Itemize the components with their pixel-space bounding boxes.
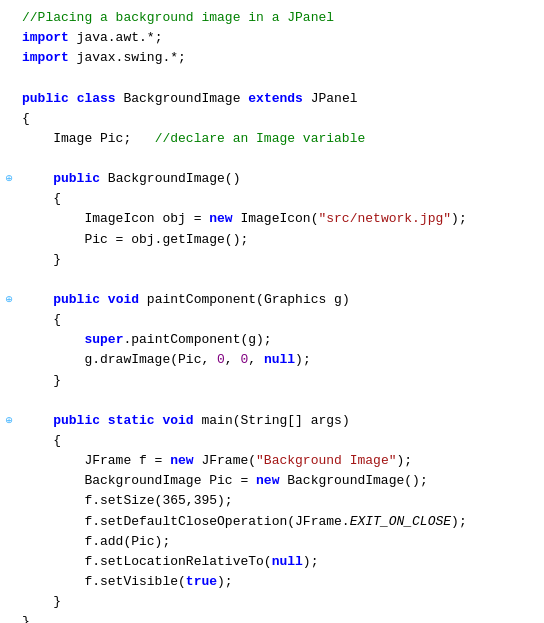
code-token: true [186,574,217,589]
code-line [0,391,544,411]
code-token: public [53,292,100,307]
code-token: } [22,252,61,267]
code-token: new [170,453,193,468]
code-line: ⊕ public static void main(String[] args) [0,411,544,431]
code-line [0,149,544,169]
code-token: ); [397,453,413,468]
code-text: } [22,592,534,612]
code-line [0,270,544,290]
code-line: { [0,310,544,330]
code-text: f.setLocationRelativeTo(null); [22,552,534,572]
code-line: { [0,431,544,451]
code-token: "src/network.jpg" [318,211,451,226]
code-text: { [22,310,534,330]
code-text: f.setDefaultCloseOperation(JFrame.EXIT_O… [22,512,534,532]
code-text: public class BackgroundImage extends JPa… [22,89,534,109]
code-text: } [22,612,534,623]
gutter-icon[interactable]: ⊕ [0,170,18,189]
code-text: { [22,431,534,451]
code-text [22,391,534,411]
code-token: void [108,292,139,307]
code-token: JPanel [303,91,358,106]
code-line: ⊕ public BackgroundImage() [0,169,544,189]
code-token [22,332,84,347]
code-token [69,91,77,106]
code-line: { [0,189,544,209]
code-token: EXIT_ON_CLOSE [350,514,451,529]
code-text: import javax.swing.*; [22,48,534,68]
code-token: main(String[] args) [194,413,350,428]
code-token [22,413,53,428]
code-text: } [22,250,534,270]
code-token: public [22,91,69,106]
code-token: ); [295,352,311,367]
code-token: null [272,554,303,569]
code-text: //Placing a background image in a JPanel [22,8,534,28]
code-text: f.setVisible(true); [22,572,534,592]
code-text: } [22,371,534,391]
code-token: BackgroundImage Pic = [22,473,256,488]
code-line: } [0,371,544,391]
code-line: g.drawImage(Pic, 0, 0, null); [0,350,544,370]
code-token [100,413,108,428]
code-line: f.setLocationRelativeTo(null); [0,552,544,572]
code-token: BackgroundImage() [100,171,240,186]
code-line: import java.awt.*; [0,28,544,48]
code-line: //Placing a background image in a JPanel [0,8,544,28]
code-line: JFrame f = new JFrame("Background Image"… [0,451,544,471]
code-token: public [53,413,100,428]
code-token: Pic = obj.getImage(); [22,232,248,247]
code-editor: //Placing a background image in a JPanel… [0,0,544,623]
code-line: BackgroundImage Pic = new BackgroundImag… [0,471,544,491]
code-token: f.setSize(365,395); [22,493,233,508]
code-token: { [22,111,30,126]
code-token: g.drawImage(Pic, [22,352,217,367]
code-line: f.setSize(365,395); [0,491,544,511]
code-token: BackgroundImage [123,91,240,106]
code-text: ImageIcon obj = new ImageIcon("src/netwo… [22,209,534,229]
code-token: "Background Image" [256,453,396,468]
code-line: } [0,612,544,623]
code-token: f.add(Pic); [22,534,170,549]
code-token: Image Pic; [22,131,155,146]
code-text [22,68,534,88]
code-token: import [22,30,69,45]
code-token: } [22,373,61,388]
code-token: void [162,413,193,428]
code-text: public static void main(String[] args) [22,411,534,431]
gutter-icon[interactable]: ⊕ [0,291,18,310]
code-text: g.drawImage(Pic, 0, 0, null); [22,350,534,370]
code-text: { [22,189,534,209]
code-token: new [256,473,279,488]
code-token: public [53,171,100,186]
code-token: , [225,352,241,367]
code-token: import [22,50,69,65]
code-text: JFrame f = new JFrame("Background Image"… [22,451,534,471]
code-token: new [209,211,232,226]
code-token: static [108,413,155,428]
code-token: paintComponent(Graphics g) [139,292,350,307]
code-line: ⊕ public void paintComponent(Graphics g) [0,290,544,310]
code-line: public class BackgroundImage extends JPa… [0,89,544,109]
code-line: { [0,109,544,129]
code-line: } [0,592,544,612]
code-token: } [22,614,30,623]
code-token: ); [217,574,233,589]
code-text: f.add(Pic); [22,532,534,552]
code-token: JFrame f = [22,453,170,468]
code-line: import javax.swing.*; [0,48,544,68]
code-token: ); [451,211,467,226]
code-text: import java.awt.*; [22,28,534,48]
code-token: BackgroundImage(); [279,473,427,488]
code-token: java.awt.*; [69,30,163,45]
code-token: ImageIcon obj = [22,211,209,226]
gutter-icon[interactable]: ⊕ [0,412,18,431]
code-token [22,171,53,186]
code-line: super.paintComponent(g); [0,330,544,350]
code-text: Image Pic; //declare an Image variable [22,129,534,149]
code-text [22,270,534,290]
code-token: 0 [217,352,225,367]
code-token: .paintComponent(g); [123,332,271,347]
code-token [100,292,108,307]
code-text: public BackgroundImage() [22,169,534,189]
